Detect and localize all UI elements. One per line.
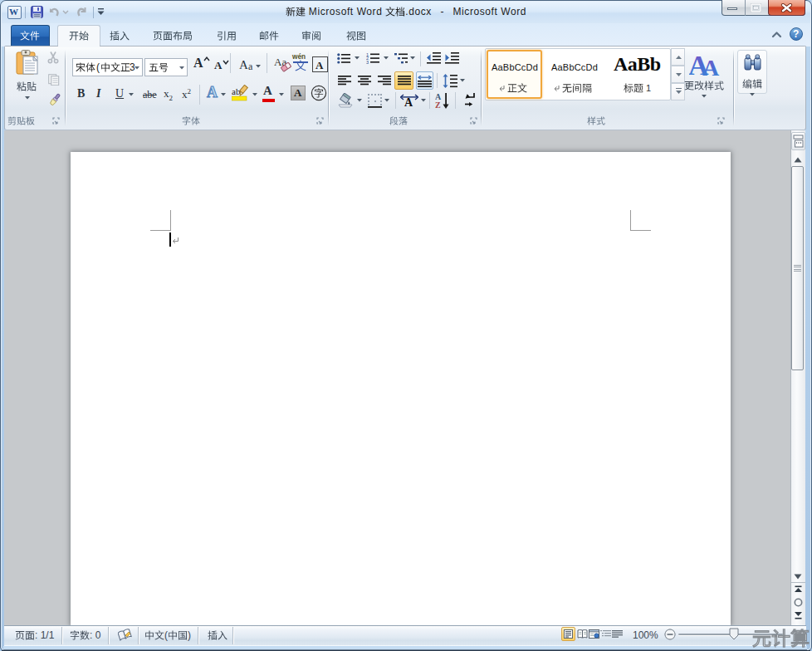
svg-text:A: A	[404, 96, 413, 108]
svg-text:ab: ab	[232, 86, 241, 96]
svg-text:Z: Z	[435, 100, 441, 109]
svg-text:A: A	[702, 55, 720, 78]
svg-text:3: 3	[366, 60, 369, 64]
